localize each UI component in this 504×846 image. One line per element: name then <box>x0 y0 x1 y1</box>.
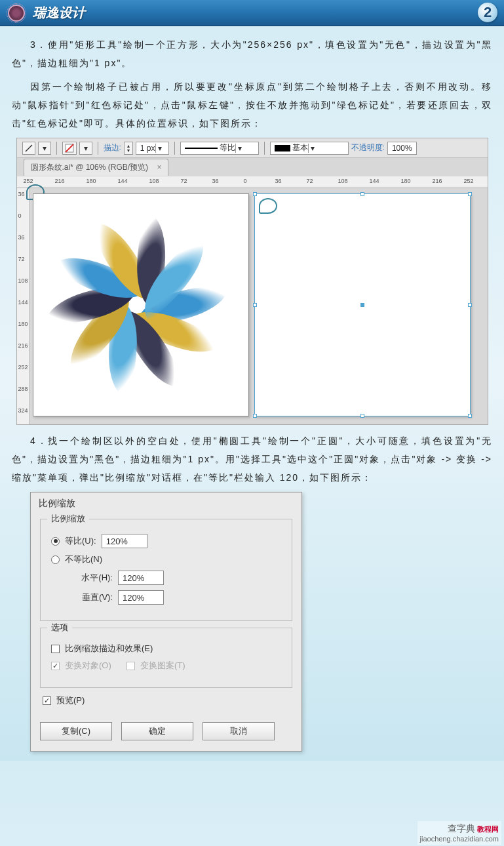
tutorial-content: 3．使用"矩形工具"绘制一个正方形，大小为"256×256 px"，填色设置为"… <box>0 26 504 761</box>
vertical-ruler[interactable]: 3603672108144180216252288324 <box>17 188 30 424</box>
ai-options-bar: ▾ ▾ 描边: ▲▼ 1 px▾ 等比▾ 基本▾ 不透明度: 100% <box>17 138 488 158</box>
uniform-label: 等比(U): <box>65 535 96 547</box>
page-number-badge: 2 <box>478 3 497 22</box>
options-fieldset: 选项 比例缩放描边和效果(E) 变换对象(O) 变换图案(T) <box>40 628 292 688</box>
svg-line-0 <box>26 145 32 151</box>
close-tab-icon[interactable]: × <box>157 163 161 172</box>
transform-objects-checkbox <box>51 662 60 670</box>
ai-canvas[interactable] <box>30 188 488 424</box>
more-options-icon[interactable]: ▾ <box>38 142 51 155</box>
step-3b-text: 因第一个绘制格子已被占用，所以要更改"坐标原点"到第二个绘制格子上去，否则不用改… <box>12 77 492 132</box>
uniform-radio[interactable] <box>51 537 60 546</box>
brand-title: 瑞逸设计 <box>33 4 85 22</box>
step-4-text: 4．找一个绘制区以外的空白处，使用"椭圆工具"绘制一个"正圆"，大小可随意，填色… <box>12 432 492 487</box>
swirl-artwork <box>33 194 248 416</box>
brush-definition-field[interactable]: 基本▾ <box>270 142 349 155</box>
swatch-dropdown-icon[interactable]: ▾ <box>79 142 92 155</box>
scale-strokes-label: 比例缩放描边和效果(E) <box>65 643 153 655</box>
dialog-title: 比例缩放 <box>31 493 301 512</box>
preview-checkbox[interactable] <box>43 696 51 705</box>
scale-fieldset: 比例缩放 等比(U): 120% 不等比(N) 水平(H): 120% 垂直(V… <box>40 519 292 621</box>
stroke-profile-field[interactable]: 等比▾ <box>180 142 259 155</box>
stroke-weight-field[interactable]: 1 px▾ <box>136 142 169 155</box>
scale-dialog: 比例缩放 比例缩放 等比(U): 120% 不等比(N) 水平(H): 120%… <box>30 492 302 752</box>
horizontal-value-field[interactable]: 120% <box>118 571 164 585</box>
document-tab[interactable]: 圆形条纹.ai* @ 106% (RGB/预览) × <box>24 159 169 176</box>
ai-document-tab-bar: 圆形条纹.ai* @ 106% (RGB/预览) × <box>17 158 488 176</box>
vertical-label: 垂直(V): <box>67 592 113 603</box>
transform-patterns-checkbox <box>126 662 135 670</box>
horizontal-label: 水平(H): <box>67 572 113 584</box>
stroke-label: 描边: <box>104 142 121 153</box>
transform-objects-label: 变换对象(O) <box>65 660 111 672</box>
artboard-left <box>33 193 249 416</box>
document-tab-title: 圆形条纹.ai* @ 106% (RGB/预览) <box>31 163 149 172</box>
ok-button[interactable]: 确定 <box>121 722 193 740</box>
swatch-none-icon[interactable] <box>62 142 77 155</box>
stroke-stepper[interactable]: ▲▼ <box>124 142 133 155</box>
nonuniform-label: 不等比(N) <box>65 554 102 565</box>
step-3-text: 3．使用"矩形工具"绘制一个正方形，大小为"256×256 px"，填色设置为"… <box>12 35 492 72</box>
illustrator-screenshot: ▾ ▾ 描边: ▲▼ 1 px▾ 等比▾ 基本▾ 不透明度: 100% 圆形条纹… <box>16 138 488 425</box>
scale-legend: 比例缩放 <box>47 513 89 525</box>
transform-patterns-label: 变换图案(T) <box>140 660 185 672</box>
scale-strokes-checkbox[interactable] <box>51 645 60 653</box>
brand-logo-icon <box>8 5 25 22</box>
line-tool-icon[interactable] <box>22 142 35 155</box>
uniform-value-field[interactable]: 120% <box>102 534 147 548</box>
horizontal-ruler[interactable]: 252216180144108723603672108144180216252 <box>17 176 488 188</box>
cancel-button[interactable]: 取消 <box>203 722 275 740</box>
copy-button[interactable]: 复制(C) <box>40 722 112 740</box>
opacity-field[interactable]: 100% <box>387 142 417 155</box>
selection-bounds[interactable] <box>254 193 471 416</box>
page-header: 瑞逸设计 2 <box>0 0 504 26</box>
options-legend: 选项 <box>47 622 72 634</box>
preview-label: 预览(P) <box>56 695 85 706</box>
nonuniform-radio[interactable] <box>51 555 60 564</box>
vertical-value-field[interactable]: 120% <box>118 590 164 605</box>
opacity-label: 不透明度: <box>351 142 385 153</box>
artboard-right <box>254 193 471 416</box>
